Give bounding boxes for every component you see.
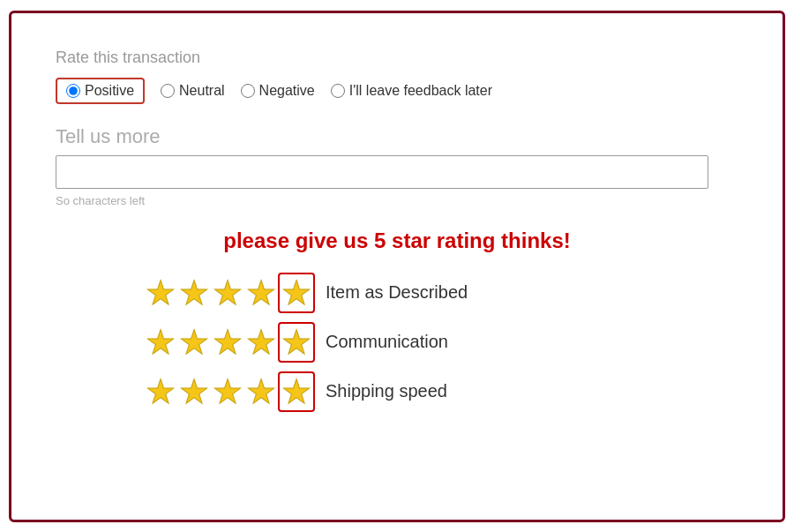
star-4-row3[interactable]: ★ <box>244 373 278 410</box>
promo-text: please give us 5 star rating thinks! <box>56 229 738 253</box>
star-5-row1[interactable]: ★ <box>281 276 311 310</box>
star-5-row3-box[interactable]: ★ <box>278 371 315 412</box>
star-2-row2[interactable]: ★ <box>177 324 211 361</box>
stars-shipping[interactable]: ★ ★ ★ ★ ★ <box>144 371 315 412</box>
star-5-row1-box[interactable]: ★ <box>278 273 315 313</box>
star-5-row2-box[interactable]: ★ <box>278 322 315 363</box>
radio-negative-label: Negative <box>259 83 315 99</box>
stars-item-described[interactable]: ★ ★ ★ ★ ★ <box>144 273 315 313</box>
star-row-item-described: ★ ★ ★ ★ ★ Item as Described <box>144 273 468 313</box>
star-row-shipping: ★ ★ ★ ★ ★ Shipping speed <box>144 371 447 412</box>
star-row-shipping-label: Shipping speed <box>326 381 447 401</box>
star-row-communication: ★ ★ ★ ★ ★ Communication <box>144 322 448 363</box>
main-container: Rate this transaction Positive Neutral N… <box>9 11 785 522</box>
radio-group: Positive Neutral Negative I'll leave fee… <box>56 78 738 104</box>
star-row-item-described-label: Item as Described <box>326 282 468 303</box>
tell-more-input[interactable] <box>56 155 708 189</box>
radio-later-label: I'll leave feedback later <box>349 83 492 99</box>
star-2-row3[interactable]: ★ <box>177 373 211 410</box>
radio-neutral-label: Neutral <box>179 83 225 99</box>
tell-more-label: Tell us more <box>56 125 738 148</box>
radio-positive-label: Positive <box>85 83 134 99</box>
star-4-row2[interactable]: ★ <box>244 324 278 361</box>
star-1-row1[interactable]: ★ <box>144 274 177 311</box>
star-3-row2[interactable]: ★ <box>211 324 244 361</box>
radio-negative[interactable]: Negative <box>241 83 315 99</box>
star-2-row1[interactable]: ★ <box>177 274 211 311</box>
star-row-communication-label: Communication <box>326 332 448 352</box>
radio-neutral[interactable]: Neutral <box>161 83 225 99</box>
section-title: Rate this transaction <box>56 49 738 67</box>
stars-communication[interactable]: ★ ★ ★ ★ ★ <box>144 322 315 363</box>
chars-left: So characters left <box>56 194 738 207</box>
star-ratings-section: ★ ★ ★ ★ ★ Item as Described ★ ★ ★ ★ ★ C <box>144 273 738 412</box>
star-5-row3[interactable]: ★ <box>281 375 311 408</box>
star-5-row2[interactable]: ★ <box>281 326 311 359</box>
radio-later[interactable]: I'll leave feedback later <box>331 83 492 99</box>
star-1-row3[interactable]: ★ <box>144 373 177 410</box>
star-3-row3[interactable]: ★ <box>211 373 244 410</box>
star-4-row1[interactable]: ★ <box>244 274 278 311</box>
star-1-row2[interactable]: ★ <box>144 324 177 361</box>
star-3-row1[interactable]: ★ <box>211 274 244 311</box>
radio-positive[interactable]: Positive <box>56 78 145 104</box>
